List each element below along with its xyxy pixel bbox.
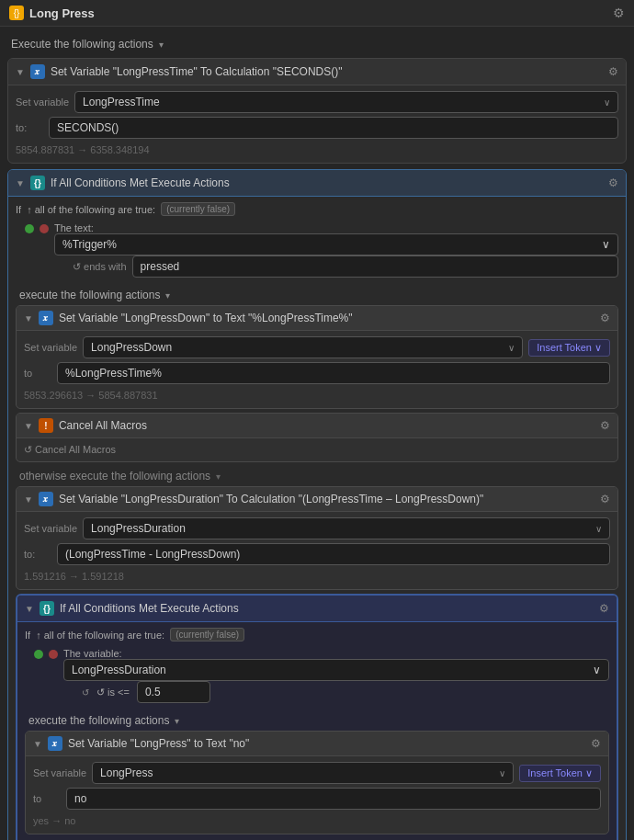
block2-setvar-row: Set variable LongPressDuration ∨ <box>24 517 610 539</box>
cond1-ends-value[interactable]: pressed <box>132 255 618 278</box>
condition-block-2: ▼ {} If All Conditions Met Execute Actio… <box>16 594 618 840</box>
inner1-time-range: 5853.296613 → 5854.887831 <box>24 388 610 403</box>
cond1-ends-line: ↺ ends with pressed <box>54 255 618 278</box>
inner-no-body: Set variable LongPress ∨ Insert Token ∨ … <box>26 756 608 834</box>
cond2-execute-bar: execute the following actions ▾ <box>25 710 609 731</box>
inner1-to-label: to <box>24 368 51 379</box>
inner1-gear-icon[interactable]: ⚙ <box>600 312 610 324</box>
cond1-false-badge: (currently false) <box>161 202 235 216</box>
title-bar-left: {} Long Press <box>9 6 95 20</box>
top-execute-arrow[interactable]: ▾ <box>159 40 164 50</box>
inner1-var-box[interactable]: LongPressDown ∨ <box>83 336 523 358</box>
block2-body: Set variable LongPressDuration ∨ to: (Lo… <box>17 512 617 589</box>
cond1-title: If All Conditions Met Execute Actions <box>51 176 230 189</box>
block2-gear-icon[interactable]: ⚙ <box>600 493 610 505</box>
inner-no-to-label: to <box>33 793 61 804</box>
block1-to-row: to: SECONDS() <box>16 117 618 139</box>
top-execute-label: Execute the following actions <box>11 38 153 51</box>
cond2-dot-red-icon <box>49 650 58 659</box>
cond1-item-1: The text: %Trigger% ∨ ↺ ends with presse… <box>16 221 618 281</box>
cancel-macros-block: ▼ ! Cancel All Macros ⚙ ↺ Cancel All Mac… <box>16 413 618 462</box>
block1-setvar-label: Set variable <box>16 96 69 108</box>
block1-to-value-box[interactable]: SECONDS() <box>49 117 618 139</box>
variable-icon: 𝒙 <box>30 64 45 79</box>
block2-to-row: to: (LongPressTime - LongPressDown) <box>24 543 610 565</box>
cond1-all-label: ↑ all of the following are true: <box>27 204 155 215</box>
inner-no-to-value[interactable]: no <box>66 788 601 810</box>
cond2-false-badge: (currently false) <box>170 628 244 641</box>
inner-no-var-box[interactable]: LongPress ∨ <box>92 762 514 784</box>
inner-no-icon: 𝒙 <box>48 736 62 751</box>
cancel-collapse[interactable]: ▼ <box>24 421 33 431</box>
inner1-insert-token-btn[interactable]: Insert Token ∨ <box>528 339 610 357</box>
cond2-var-value[interactable]: LongPressDuration ∨ <box>63 659 609 681</box>
inner1-setvar-row: Set variable LongPressDown ∨ Insert Toke… <box>24 336 610 358</box>
inner1-icon: 𝒙 <box>39 311 53 325</box>
inner1-collapse[interactable]: ▼ <box>24 313 33 324</box>
top-execute-bar: Execute the following actions ▾ <box>7 34 627 58</box>
cond1-collapse[interactable]: ▼ <box>16 178 25 188</box>
collapse-arrow[interactable]: ▼ <box>16 67 25 77</box>
cond1-gear-icon[interactable]: ⚙ <box>608 176 618 189</box>
cond2-if-line: If ↑ all of the following are true: (cur… <box>25 628 609 641</box>
block2-icon: 𝒙 <box>39 492 53 506</box>
block1-setvar-row: Set variable LongPressTime ∨ <box>16 91 618 113</box>
cond2-lte-line: ↺ ↺ is <= 0.5 <box>63 681 609 703</box>
cond2-title: If All Conditions Met Execute Actions <box>60 602 239 615</box>
block1-time-range: 5854.887831 → 6358.348194 <box>16 142 618 157</box>
dot-red-icon <box>40 224 49 233</box>
block2-collapse[interactable]: ▼ <box>24 494 33 505</box>
block1-var-name-box[interactable]: LongPressTime ∨ <box>74 91 618 113</box>
condition-block-2-body: If ↑ all of the following are true: (cur… <box>17 622 617 840</box>
inner-no-yes-no: yes → no <box>33 813 601 828</box>
block1-title: Set Variable "LongPressTime" To Calculat… <box>51 65 343 78</box>
inner-no-insert-token-btn[interactable]: Insert Token ∨ <box>519 765 601 782</box>
settings-gear-icon[interactable]: ⚙ <box>613 6 625 20</box>
cancel-body-label: ↺ Cancel All Macros <box>24 444 610 456</box>
cond1-text-value[interactable]: %Trigger% ∨ <box>54 233 618 255</box>
cond2-gear-icon[interactable]: ⚙ <box>599 602 609 615</box>
inner-no-gear-icon[interactable]: ⚙ <box>591 737 601 750</box>
cond2-collapse[interactable]: ▼ <box>25 604 34 614</box>
cond2-lte-label: ↺ is <= <box>96 687 130 698</box>
block2-title: Set Variable "LongPressDuration" To Calc… <box>59 493 483 505</box>
set-longpressduration-block: ▼ 𝒙 Set Variable "LongPressDuration" To … <box>16 486 618 590</box>
cancel-icon: ! <box>39 418 53 433</box>
cond2-execute-arrow[interactable]: ▾ <box>175 716 179 726</box>
title-icon: {} <box>9 6 24 20</box>
otherwise-bar-1-arrow[interactable]: ▾ <box>216 471 221 482</box>
set-longpress-no-header: ▼ 𝒙 Set Variable "LongPress" to Text "no… <box>26 732 608 756</box>
inner-no-to-row: to no <box>33 788 601 810</box>
set-longpresstime-header: ▼ 𝒙 Set Variable "LongPressTime" To Calc… <box>8 59 626 85</box>
cancel-gear-icon[interactable]: ⚙ <box>600 419 610 432</box>
block2-time-range: 1.591216 → 1.591218 <box>24 569 610 584</box>
inner1-title: Set Variable "LongPressDown" to Text "%L… <box>59 312 353 324</box>
cancel-body: ↺ Cancel All Macros <box>17 438 617 461</box>
inner-no-collapse[interactable]: ▼ <box>33 739 42 749</box>
dot-green-icon <box>25 224 34 233</box>
cond2-lte-value[interactable]: 0.5 <box>137 681 210 703</box>
cond2-icon: {} <box>40 601 54 616</box>
inner1-to-value[interactable]: %LongPressTime% <box>57 362 610 384</box>
block2-to-label: to: <box>24 549 51 560</box>
condition-block-2-header: ▼ {} If All Conditions Met Execute Actio… <box>17 596 617 622</box>
cond1-execute-arrow[interactable]: ▾ <box>165 290 170 301</box>
inner-no-setvar-label: Set variable <box>33 767 86 778</box>
set-longpresstime-block: ▼ 𝒙 Set Variable "LongPressTime" To Calc… <box>7 58 627 164</box>
block1-gear-icon[interactable]: ⚙ <box>608 65 618 78</box>
title-text: Long Press <box>29 6 95 20</box>
otherwise-bar-1: otherwise execute the following actions … <box>16 466 618 486</box>
cond1-ends-label: ↺ ends with <box>73 261 127 273</box>
block2-var-box[interactable]: LongPressDuration ∨ <box>83 517 610 539</box>
cond2-if-label: If <box>25 630 30 641</box>
inner-no-setvar-row: Set variable LongPress ∨ Insert Token ∨ <box>33 762 601 784</box>
block2-to-value[interactable]: (LongPressTime - LongPressDown) <box>57 543 610 565</box>
cond1-execute-label: execute the following actions <box>19 289 160 301</box>
otherwise-bar-1-label: otherwise execute the following actions <box>19 470 210 482</box>
title-bar: {} Long Press ⚙ <box>0 0 634 27</box>
cond1-if-line: If ↑ all of the following are true: (cur… <box>16 202 618 216</box>
set-longpress-no-block: ▼ 𝒙 Set Variable "LongPress" to Text "no… <box>25 731 609 834</box>
loop-icon: ↺ <box>82 687 89 698</box>
condition-icon: {} <box>30 176 45 190</box>
inner1-body: Set variable LongPressDown ∨ Insert Toke… <box>17 331 617 408</box>
